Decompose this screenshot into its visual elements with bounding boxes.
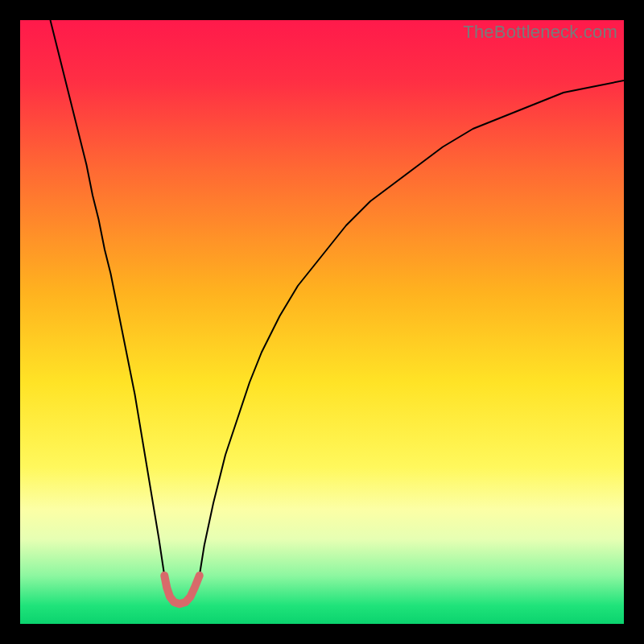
bottleneck-curve-chart — [20, 20, 624, 624]
watermark-text: TheBottleneck.com — [463, 22, 617, 43]
chart-frame: TheBottleneck.com — [20, 20, 624, 624]
chart-background — [20, 20, 624, 624]
